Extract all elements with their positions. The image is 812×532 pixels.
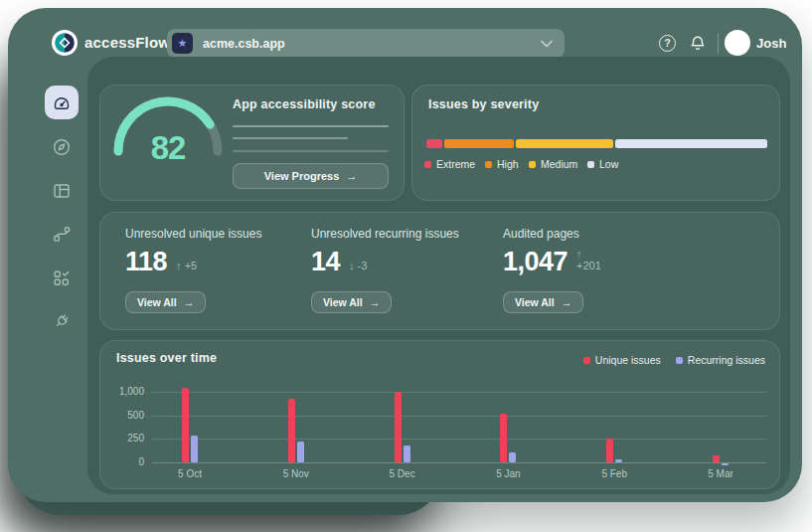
trend-up-icon: ↑ [176,260,182,271]
chart-legend: Unique issues Recurring issues [583,354,765,366]
stat-label: Unresolved recurring issues [311,227,459,241]
project-selector-dropdown[interactable]: ★ acme.csb.app [167,29,565,58]
bar-recurring-issues-5-Jan [509,452,516,462]
chart-title: Issues over time [116,351,217,365]
sidebar-item-integrations[interactable] [45,304,79,338]
project-selector-value: acme.csb.app [203,37,285,51]
help-icon[interactable]: ? [659,35,676,52]
issues-by-severity-card: Issues by severity Extreme High Medium L… [411,85,780,201]
compass-icon [52,137,72,157]
trend-down-icon: ↓ [349,260,355,271]
checklist-icon [52,268,72,288]
main-panel: 82 App accessibility score View Progress… [87,57,790,494]
page: accessFlow ★ acme.csb.app ? Josh [0,0,812,532]
brand-name: accessFlow [84,34,170,51]
x-axis-tick: 5 Mar [691,468,750,479]
stat-audited-pages: Audited pages 1,047 ↑ +201 [503,227,579,241]
score-card-title: App accessibility score [233,97,376,111]
severity-segment-low [615,139,767,148]
legend-item-high: High [485,158,519,170]
accessflow-logo-icon [52,30,78,56]
legend-recurring-issues: Recurring issues [676,354,765,366]
score-value: 82 [106,129,230,167]
bar-unique-issues-5-Dec [395,392,402,462]
bar-unique-issues-5-Nov [288,399,295,462]
severity-segment-extreme [426,139,442,148]
stat-recurring-issues: Unresolved recurring issues 14 ↓ -3 [311,227,459,241]
bar-unique-issues-5-Jan [500,414,507,462]
bar-recurring-issues-5-Mar [722,463,729,465]
skeleton-line [233,125,389,127]
gauge-icon [52,92,72,112]
low-swatch [587,161,594,168]
view-progress-button[interactable]: View Progress → [233,163,389,189]
view-progress-label: View Progress [264,170,340,182]
flow-icon [52,225,72,245]
sidebar-item-pages[interactable] [45,174,79,208]
bar-recurring-issues-5-Dec [404,445,410,462]
user-avatar[interactable] [725,30,750,56]
unique-issues-swatch [583,357,590,364]
stat-label: Audited pages [503,227,579,241]
arrow-right-icon: → [562,296,572,308]
stat-delta: ↑ +201 [576,248,601,276]
bar-unique-issues-5-Oct [182,388,189,462]
medium-swatch [529,161,536,168]
x-axis-tick: 5 Nov [266,468,326,479]
project-badge: ★ [172,33,193,54]
view-all-recurring-button[interactable]: View All→ [311,291,392,313]
bar-unique-issues-5-Mar [713,455,720,462]
notifications-bell-icon[interactable] [688,34,708,54]
high-swatch [485,161,492,168]
severity-segment-medium [516,139,613,148]
gridline-0 [152,462,766,463]
sidebar-item-dashboard[interactable] [45,86,79,119]
view-all-unique-button[interactable]: View All→ [125,291,206,313]
sidebar-item-audits[interactable] [45,262,79,295]
bar-recurring-issues-5-Oct [191,436,198,462]
x-axis-tick: 5 Oct [160,468,220,479]
sidebar-item-explore[interactable] [45,130,79,164]
stat-label: Unresolved unique issues [125,227,261,241]
view-all-pages-button[interactable]: View All→ [503,291,583,313]
severity-stacked-bar [426,139,767,148]
stat-unique-issues: Unresolved unique issues 118 ↑ +5 [125,227,261,241]
high-label: High [497,158,519,170]
extreme-swatch [424,161,431,168]
plug-icon [52,311,72,331]
severity-card-title: Issues by severity [428,97,539,111]
y-axis-tick: 250 [100,433,144,443]
skeleton-line [233,150,389,152]
trend-up-icon: ↑ [576,248,582,260]
star-icon: ★ [178,38,188,49]
low-label: Low [599,158,618,170]
gridline-250 [152,439,766,440]
stat-delta: ↑ +5 [176,260,197,276]
topbar-divider [718,33,719,54]
bar-recurring-issues-5-Nov [297,442,304,462]
chevron-down-icon [541,40,553,48]
legend-unique-issues: Unique issues [583,354,661,366]
legend-item-medium: Medium [529,158,577,170]
recurring-issues-swatch [676,357,683,364]
extreme-label: Extreme [436,158,475,170]
bar-recurring-issues-5-Feb [615,459,622,462]
gridline-1000 [152,392,766,393]
legend-item-low: Low [587,158,618,170]
arrow-right-icon: → [346,170,357,182]
skeleton-line [233,137,348,139]
y-axis-tick: 1,000 [100,386,144,397]
y-axis-tick: 0 [100,456,144,467]
arrow-right-icon: → [370,296,381,308]
x-axis-tick: 5 Jan [478,468,538,479]
issues-over-time-card: Issues over time Unique issues Recurring… [99,340,780,489]
arrow-right-icon: → [184,296,195,308]
stats-card: Unresolved unique issues 118 ↑ +5 View A… [99,212,780,330]
bar-unique-issues-5-Feb [606,439,613,462]
sidebar-item-journeys[interactable] [45,218,79,252]
medium-label: Medium [541,158,577,170]
user-name: Josh [756,36,786,51]
legend-item-extreme: Extreme [424,158,475,170]
y-axis-tick: 500 [100,410,144,421]
x-axis-tick: 5 Feb [584,468,644,479]
